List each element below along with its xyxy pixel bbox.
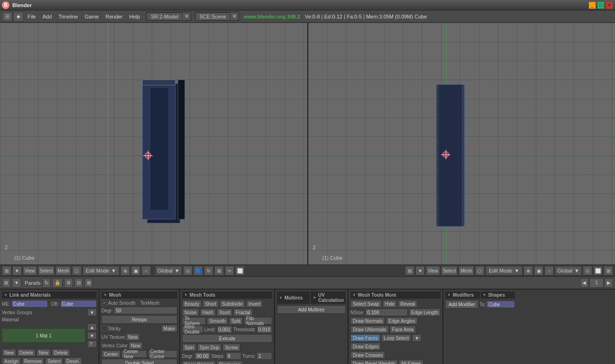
game-menu[interactable]: Game — [82, 13, 101, 20]
clockwise-btn[interactable]: Clockwise — [217, 361, 243, 364]
panels-columns-btn[interactable]: ⊞ — [84, 278, 93, 288]
select-mat-btn[interactable]: Select — [45, 357, 63, 364]
noise-btn[interactable]: Noise — [182, 309, 199, 316]
knife-btn-left[interactable]: ✂ — [225, 266, 234, 275]
mode-selector-right[interactable]: Edit Mode ▼ — [486, 266, 523, 275]
panels-refresh-btn[interactable]: ↻ — [42, 278, 51, 288]
mat-up-btn[interactable]: ▲ — [87, 323, 97, 331]
panels-icon-btn[interactable]: ⊞ — [2, 278, 10, 288]
sticky-checkbox[interactable] — [101, 326, 107, 331]
minimize-button[interactable]: _ — [588, 1, 596, 9]
rot-btn-left[interactable]: ↻ — [204, 266, 213, 275]
hash-btn[interactable]: Hash — [200, 309, 216, 316]
add-menu[interactable]: Add — [40, 13, 55, 20]
spin-btn[interactable]: Spin — [182, 344, 196, 351]
vc-new-btn[interactable]: New — [129, 342, 143, 349]
object-icon-right[interactable]: ⬡ — [475, 266, 485, 275]
screw-btn[interactable]: Screw — [222, 344, 240, 351]
mat-down-btn[interactable]: ▼ — [87, 332, 97, 339]
close-button[interactable]: ✕ — [606, 1, 613, 9]
degr-spin-field[interactable]: 90.00 — [194, 352, 210, 360]
draw-creases-btn[interactable]: Draw Creases — [350, 351, 385, 359]
maximize-button[interactable]: □ — [597, 1, 605, 9]
render-btn-right[interactable]: ⬜ — [593, 266, 603, 275]
invert-btn[interactable]: Invert — [246, 300, 263, 308]
loop-select-dropdown[interactable]: ▼ — [412, 334, 422, 342]
view-btn-left[interactable]: View — [23, 266, 37, 275]
draw-u-normals-btn[interactable]: Draw UNormals — [350, 326, 389, 333]
face-area-btn[interactable]: Face Area — [390, 326, 416, 333]
panels-settings-btn[interactable]: ⚙ — [64, 278, 73, 288]
flip-normals-btn[interactable]: Flip Normals — [244, 317, 272, 325]
extra-btn-right[interactable]: ⊞ — [604, 266, 613, 275]
snap-btn-left[interactable]: ⊙ — [183, 266, 193, 275]
me-field[interactable]: Cube — [11, 300, 48, 308]
tab-sr2-model[interactable]: SR:2-Model — [147, 13, 183, 20]
mesh-btn-right[interactable]: Mesh — [459, 266, 474, 275]
uv-new-btn[interactable]: New — [126, 333, 140, 341]
center-cursor-btn[interactable]: Center Cursor — [148, 350, 177, 358]
xsort-btn[interactable]: Xsort — [217, 309, 232, 316]
edge-length-btn[interactable]: Edge Length — [409, 309, 441, 316]
viewport-right[interactable]: Z (1) Cube — [308, 23, 615, 264]
draw-normals-btn[interactable]: Draw Normals — [350, 317, 385, 325]
tab-scene[interactable]: SCE:Scene — [195, 13, 230, 20]
help-menu[interactable]: Help — [127, 13, 143, 20]
page-next-btn[interactable]: ▶ — [605, 278, 613, 288]
render-menu[interactable]: Render — [102, 13, 125, 20]
reveal-btn[interactable]: Reveal — [398, 300, 417, 308]
limit-field[interactable]: 0.001 — [217, 326, 232, 333]
link-new-btn[interactable]: New — [2, 349, 16, 356]
link-delete-btn[interactable]: Delete — [17, 349, 36, 356]
turns-field[interactable]: 1 — [257, 352, 272, 360]
extrude-btn[interactable]: Extrude — [182, 334, 272, 343]
global-dropdown-right[interactable]: Global ▼ — [555, 266, 582, 275]
degr-field[interactable]: 50 — [114, 307, 177, 314]
edge-angles-btn[interactable]: Edge Angles — [386, 317, 417, 325]
proportional-left[interactable]: ○ — [141, 266, 151, 275]
panels-lock-btn[interactable]: 🔒 — [52, 278, 63, 288]
mat-question-btn[interactable]: ? — [87, 340, 97, 348]
draw-faces-btn[interactable]: Draw Faces — [350, 334, 380, 342]
panels-layout-btn[interactable]: ⊟ — [74, 278, 83, 288]
viewport-left[interactable]: Z (1) Cube — [0, 23, 308, 264]
link-new-btn2[interactable]: New — [37, 349, 51, 356]
retopo-btn[interactable]: Retopo — [101, 315, 177, 324]
loop-select-btn[interactable]: Loop Select — [381, 334, 411, 342]
tab-scene-close[interactable]: ✕ — [230, 12, 239, 20]
panels-arrow-btn[interactable]: ▼ — [12, 278, 21, 288]
smooth-btn[interactable]: Smooth — [207, 317, 228, 325]
all-edges-btn[interactable]: All Edges — [399, 360, 423, 364]
select-btn-left[interactable]: Select — [38, 266, 55, 275]
viewport-expand-right[interactable]: ▼ — [415, 266, 425, 275]
viewport-shading-left[interactable]: ▣ — [131, 266, 140, 275]
draw-edges-btn[interactable]: Draw Edges — [350, 343, 381, 350]
pivot-icon-left[interactable]: ⊕ — [120, 266, 130, 275]
proportional-right[interactable]: ○ — [544, 266, 554, 275]
to-field[interactable]: Cube — [486, 300, 515, 308]
keep-original-btn[interactable]: Keep Original — [182, 361, 216, 364]
n-size-field[interactable]: 0.100 — [365, 309, 408, 316]
mat-slot[interactable]: 1 Mat 1 — [2, 328, 85, 343]
steps-field[interactable]: 9 — [226, 352, 241, 360]
object-icon-left[interactable]: ⬡ — [72, 266, 82, 275]
double-sided-btn[interactable]: Double Sided — [101, 359, 177, 364]
split-btn[interactable]: Split — [229, 317, 243, 325]
scene-icon-btn[interactable]: ◆ — [13, 12, 24, 21]
threshold-field[interactable]: 0.010 — [257, 326, 272, 333]
tab-sr2-close[interactable]: ✕ — [183, 12, 191, 20]
viewport-icon-btn-right[interactable]: ⊞ — [405, 266, 414, 275]
page-prev-btn[interactable]: ◀ — [580, 278, 588, 288]
to-sphere-btn[interactable]: To Sphere — [182, 317, 206, 325]
viewport-shading-right[interactable]: ▣ — [534, 266, 543, 275]
mesh-btn-left[interactable]: Mesh — [55, 266, 71, 275]
add-modifier-btn[interactable]: Add Modifier — [445, 300, 478, 309]
snap-btn-right[interactable]: ⊙ — [583, 266, 592, 275]
ob-field[interactable]: Cube — [60, 300, 97, 308]
global-dropdown-left[interactable]: Global ▼ — [155, 266, 182, 275]
mode-selector-left[interactable]: Edit Mode ▼ — [83, 266, 119, 275]
draw-bevel-btn[interactable]: Draw Bevel Weights — [350, 360, 398, 364]
add-multires-btn[interactable]: Add Multires — [277, 305, 346, 314]
select-btn-right[interactable]: Select — [441, 266, 458, 275]
rem-double-btn[interactable]: Rem Double — [182, 326, 203, 333]
